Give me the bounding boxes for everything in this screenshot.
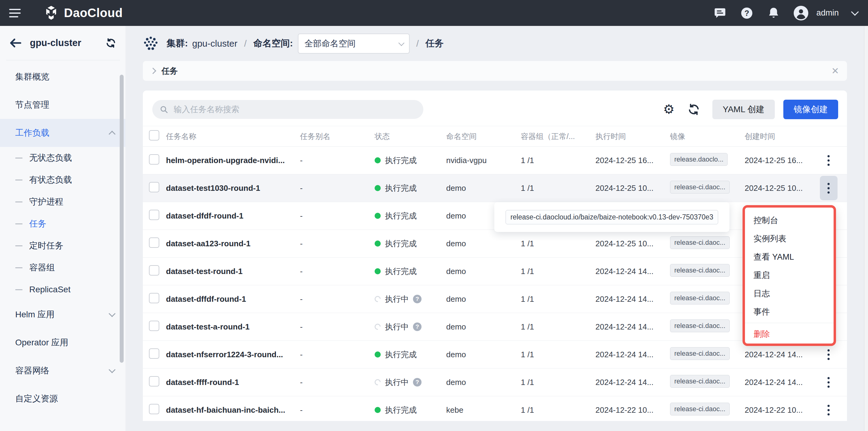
context-menu-item[interactable]: 实例列表	[745, 230, 834, 248]
cell-task-name[interactable]: dataset-dffdf-round-1	[166, 294, 300, 304]
switch-cluster-icon[interactable]	[105, 37, 117, 49]
row-checkbox[interactable]	[149, 404, 159, 414]
context-menu-item[interactable]: 事件	[745, 303, 834, 321]
sidebar-item-5[interactable]: 守护进程	[0, 191, 125, 213]
context-menu-item-delete[interactable]: 删除	[745, 325, 834, 343]
row-checkbox[interactable]	[149, 348, 159, 359]
cell-task-name[interactable]: dataset-ffff-round-1	[166, 378, 300, 387]
cell-task-name[interactable]: dataset-aa123-round-1	[166, 239, 300, 249]
image-chip[interactable]: release-ci.daoc...	[670, 236, 730, 249]
cell-task-name[interactable]: dataset-nfserror1224-3-round...	[166, 350, 300, 360]
kebab-menu-icon[interactable]	[820, 370, 838, 395]
back-arrow-icon[interactable]	[9, 38, 22, 48]
context-menu-item[interactable]: 查看 YAML	[745, 248, 834, 266]
row-checkbox[interactable]	[149, 182, 159, 192]
cell-created-time: 2024-12-22 10...	[745, 405, 810, 415]
chevron-icon	[109, 366, 116, 373]
sidebar-item-7[interactable]: 定时任务	[0, 235, 125, 257]
close-icon[interactable]: ✕	[832, 66, 839, 76]
cell-namespace: demo	[446, 267, 521, 276]
hamburger-menu-icon[interactable]	[9, 9, 21, 18]
cell-task-name[interactable]: helm-operation-upgrade-nvidi...	[166, 156, 300, 165]
sidebar-item-0[interactable]: 集群概览	[0, 63, 125, 91]
help-icon[interactable]: ?	[740, 6, 753, 20]
user-menu-chevron-icon[interactable]	[851, 8, 859, 16]
search-box[interactable]	[152, 100, 423, 119]
cell-pods: 1 /1	[521, 350, 595, 360]
refresh-icon[interactable]	[687, 103, 701, 116]
cell-status: 执行完成	[375, 155, 446, 166]
search-input[interactable]	[173, 105, 416, 115]
image-chip[interactable]: release-ci.daoc...	[670, 181, 730, 194]
row-checkbox[interactable]	[149, 376, 159, 386]
status-dot-icon	[375, 240, 381, 247]
sidebar-item-12[interactable]: 容器网络	[0, 356, 125, 385]
sidebar-item-9[interactable]: ReplicaSet	[0, 279, 125, 300]
kebab-menu-icon[interactable]	[820, 342, 838, 367]
cell-exec-time: 2024-12-24 14...	[595, 378, 670, 387]
kebab-menu-icon[interactable]	[820, 398, 838, 421]
sidebar-item-label: 节点管理	[15, 99, 49, 111]
kebab-menu-icon[interactable]	[820, 176, 838, 200]
dash-icon	[15, 246, 23, 246]
sidebar-item-8[interactable]: 容器组	[0, 257, 125, 279]
namespace-select[interactable]: 全部命名空间	[298, 33, 410, 54]
row-checkbox[interactable]	[149, 293, 159, 303]
row-checkbox[interactable]	[149, 237, 159, 248]
sidebar-scrollbar[interactable]	[120, 75, 124, 363]
cell-task-name[interactable]: dataset-hf-baichuan-inc-baich...	[166, 405, 300, 415]
image-chip[interactable]: release-ci.daoc...	[670, 403, 730, 415]
cell-status: 执行完成	[375, 266, 446, 277]
sidebar-item-4[interactable]: 有状态负载	[0, 169, 125, 191]
image-chip[interactable]: release-ci.daoc...	[670, 292, 730, 305]
image-chip[interactable]: release-ci.daoc...	[670, 347, 730, 360]
cell-namespace: kebe	[446, 405, 521, 415]
cell-exec-time: 2024-12-25 10...	[595, 239, 670, 249]
question-mark-icon[interactable]: ?	[413, 295, 422, 303]
sidebar-item-10[interactable]: Helm 应用	[0, 300, 125, 328]
image-chip[interactable]: release-ci.daoc...	[670, 264, 730, 277]
context-menu-item[interactable]: 重启	[745, 266, 834, 284]
cell-task-name[interactable]: dataset-test-a-round-1	[166, 322, 300, 332]
chevron-icon	[109, 310, 116, 317]
cell-namespace: demo	[446, 294, 521, 304]
row-checkbox[interactable]	[149, 265, 159, 276]
cell-task-name[interactable]: dataset-test-round-1	[166, 267, 300, 276]
table-row: dataset-dffdf-round-1 - 执行中 ? demo 1 /1 …	[143, 285, 847, 313]
sidebar-item-2[interactable]: 工作负载	[0, 119, 125, 147]
yaml-create-button[interactable]: YAML 创建	[712, 100, 775, 119]
sidebar-item-11[interactable]: Operator 应用	[0, 328, 125, 356]
image-create-button[interactable]: 镜像创建	[783, 100, 838, 119]
image-chip[interactable]: release.daoclo...	[670, 153, 727, 166]
kebab-menu-icon[interactable]	[820, 148, 838, 173]
sidebar-item-13[interactable]: 自定义资源	[0, 385, 125, 413]
select-all-checkbox[interactable]	[149, 130, 159, 141]
sidebar-item-3[interactable]: 无状态负载	[0, 147, 125, 169]
cell-status: 执行中 ?	[375, 377, 446, 388]
image-chip[interactable]: release-ci.daoc...	[670, 319, 730, 332]
cell-exec-time: 2024-12-25 16...	[595, 156, 670, 165]
cell-task-name[interactable]: dataset-dfdf-round-1	[166, 211, 300, 221]
context-menu-item[interactable]: 控制台	[745, 211, 834, 230]
image-chip[interactable]: release-ci.daoc...	[670, 375, 730, 388]
sidebar-item-6[interactable]: 任务	[0, 213, 125, 235]
table-row: dataset-test-round-1 - 执行完成 demo 1 /1 20…	[143, 258, 847, 285]
bell-icon[interactable]	[767, 6, 780, 20]
context-menu-item[interactable]: 日志	[745, 284, 834, 303]
page-scrollbar[interactable]	[864, 26, 868, 431]
cell-task-alias: -	[300, 267, 375, 276]
cell-status: 执行完成	[375, 349, 446, 360]
user-avatar[interactable]	[794, 6, 808, 21]
cluster-value[interactable]: gpu-cluster	[192, 38, 237, 49]
cell-task-name[interactable]: dataset-test1030-round-1	[166, 183, 300, 193]
question-mark-icon[interactable]: ?	[413, 378, 422, 386]
chat-icon[interactable]	[713, 6, 727, 20]
row-checkbox[interactable]	[149, 154, 159, 165]
row-checkbox[interactable]	[149, 321, 159, 331]
settings-gear-icon[interactable]: ⚙	[662, 103, 676, 116]
row-checkbox[interactable]	[149, 210, 159, 220]
divider	[745, 323, 834, 323]
sidebar-item-1[interactable]: 节点管理	[0, 91, 125, 119]
question-mark-icon[interactable]: ?	[413, 322, 422, 331]
chevron-right-icon[interactable]	[150, 68, 156, 74]
